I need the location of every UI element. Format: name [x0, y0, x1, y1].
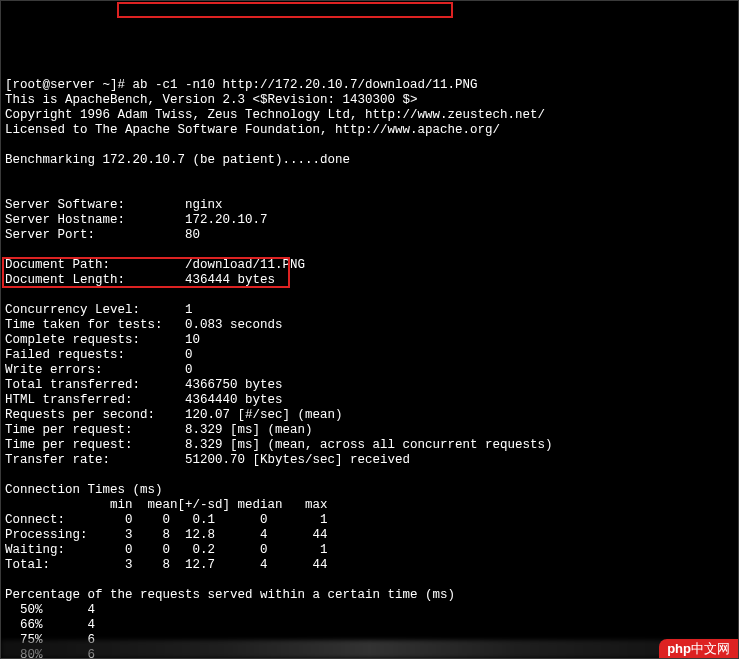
document-length: Document Length: 436444 bytes — [5, 273, 275, 287]
connection-times-title: Connection Times (ms) — [5, 483, 163, 497]
percentile-66: 66% 4 — [5, 618, 95, 632]
percentiles-title: Percentage of the requests served within… — [5, 588, 455, 602]
watermark-badge: php中文网 — [659, 639, 738, 658]
prompt-line[interactable]: [root@server ~]# ab -c1 -n10 http://172.… — [5, 78, 478, 92]
server-port: Server Port: 80 — [5, 228, 200, 242]
requests-per-second: Requests per second: 120.07 [#/sec] (mea… — [5, 408, 343, 422]
highlight-command — [117, 2, 453, 18]
terminal-output: [root@server ~]# ab -c1 -n10 http://172.… — [1, 61, 738, 659]
transfer-rate: Transfer rate: 51200.70 [Kbytes/sec] rec… — [5, 453, 410, 467]
benchmark-line: Benchmarking 172.20.10.7 (be patient)...… — [5, 153, 350, 167]
header-line-3: Licensed to The Apache Software Foundati… — [5, 123, 500, 137]
html-transferred: HTML transferred: 4364440 bytes — [5, 393, 283, 407]
document-path: Document Path: /download/11.PNG — [5, 258, 305, 272]
header-line-1: This is ApacheBench, Version 2.3 <$Revis… — [5, 93, 418, 107]
processing-row: Processing: 3 8 12.8 4 44 — [5, 528, 328, 542]
complete-requests: Complete requests: 10 — [5, 333, 200, 347]
percentile-50: 50% 4 — [5, 603, 95, 617]
connection-times-header: min mean[+/-sd] median max — [5, 498, 328, 512]
command-text: ab -c1 -n10 http://172.20.10.7/download/… — [133, 78, 478, 92]
prompt-userhost: [root@server ~]# — [5, 78, 125, 92]
time-taken: Time taken for tests: 0.083 seconds — [5, 318, 283, 332]
time-per-request-1: Time per request: 8.329 [ms] (mean) — [5, 423, 313, 437]
concurrency-level: Concurrency Level: 1 — [5, 303, 193, 317]
total-row: Total: 3 8 12.7 4 44 — [5, 558, 328, 572]
server-software: Server Software: nginx — [5, 198, 223, 212]
failed-requests: Failed requests: 0 — [5, 348, 193, 362]
server-hostname: Server Hostname: 172.20.10.7 — [5, 213, 268, 227]
header-line-2: Copyright 1996 Adam Twiss, Zeus Technolo… — [5, 108, 545, 122]
write-errors: Write errors: 0 — [5, 363, 193, 377]
connect-row: Connect: 0 0 0.1 0 1 — [5, 513, 328, 527]
footer-blur — [1, 640, 738, 658]
waiting-row: Waiting: 0 0 0.2 0 1 — [5, 543, 328, 557]
watermark-logo: php — [667, 641, 691, 656]
total-transferred: Total transferred: 4366750 bytes — [5, 378, 283, 392]
time-per-request-2: Time per request: 8.329 [ms] (mean, acro… — [5, 438, 553, 452]
watermark-text: 中文网 — [691, 641, 730, 656]
